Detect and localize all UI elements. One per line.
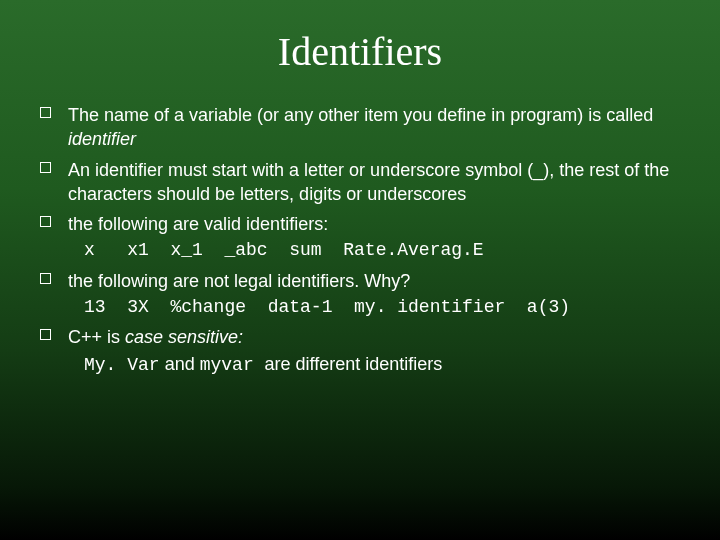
square-bullet-icon — [40, 216, 51, 227]
code-example: 13 3X %change data-1 my. identifier a(3) — [68, 295, 680, 319]
slide: Identifiers The name of a variable (or a… — [0, 0, 720, 540]
body-text: are different identifiers — [264, 354, 442, 374]
list-item: The name of a variable (or any other ite… — [40, 103, 680, 152]
list-item: An identifier must start with a letter o… — [40, 158, 680, 207]
body-text: The name of a variable (or any other ite… — [68, 105, 653, 125]
body-text: the following are valid identifiers: — [68, 214, 328, 234]
code-text: My. Var — [84, 355, 160, 375]
body-text: the following are not legal identifiers.… — [68, 271, 410, 291]
square-bullet-icon — [40, 162, 51, 173]
body-text-italic: identifier — [68, 129, 136, 149]
square-bullet-icon — [40, 273, 51, 284]
square-bullet-icon — [40, 107, 51, 118]
body-text-italic: case sensitive: — [125, 327, 243, 347]
bullet-list: The name of a variable (or any other ite… — [40, 103, 680, 377]
body-text: C++ is — [68, 327, 125, 347]
square-bullet-icon — [40, 329, 51, 340]
page-title: Identifiers — [40, 28, 680, 75]
code-example: x x1 x_1 _abc sum Rate.Averag.E — [68, 238, 680, 262]
code-example: My. Var and myvar are different identifi… — [68, 352, 680, 377]
body-text: and — [160, 354, 200, 374]
body-text: An identifier must start with a letter o… — [68, 160, 669, 204]
list-item: C++ is case sensitive: My. Var and myvar… — [40, 325, 680, 377]
list-item: the following are valid identifiers: x x… — [40, 212, 680, 263]
code-text: myvar — [200, 355, 265, 375]
list-item: the following are not legal identifiers.… — [40, 269, 680, 320]
